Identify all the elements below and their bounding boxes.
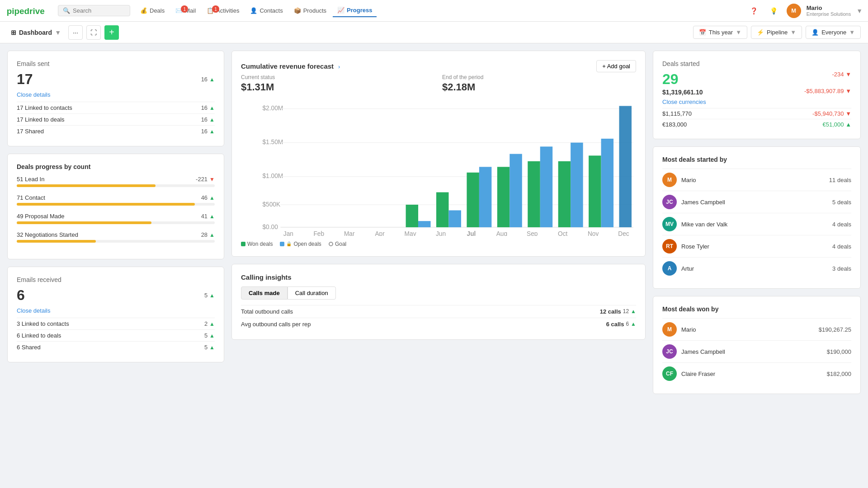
emails-received-arrow: ▲ — [209, 292, 215, 299]
deals-started-header: 29 -234 ▼ — [662, 71, 851, 88]
dashboard-button[interactable]: ⊞ Dashboard ▼ — [7, 27, 65, 38]
progress-icon: 📈 — [337, 7, 344, 14]
person-info-1: JC James Campbell — [662, 195, 725, 209]
chart-details-link[interactable]: › — [338, 63, 340, 70]
search-input[interactable] — [73, 7, 125, 14]
current-period: Current status $1.31M End of the period … — [241, 74, 636, 93]
close-currencies-link[interactable]: Close currencies — [662, 99, 851, 105]
current-status-value: $1.31M — [241, 81, 435, 93]
left-column: Emails sent 17 16 ▲ Close details 17 Lin… — [7, 51, 224, 481]
insight-row-1: Avg outbound calls per rep 6 calls 6 ▲ — [241, 318, 636, 330]
calls-made-tab[interactable]: Calls made — [241, 286, 288, 300]
deals-started-title: Deals started — [662, 60, 851, 67]
progress-3-arrow: ▲ — [209, 232, 215, 238]
person-info-4: A Artur — [662, 261, 694, 276]
progress-bar-2 — [17, 221, 151, 224]
svg-text:Dec: Dec — [618, 230, 629, 236]
svg-rect-32 — [601, 139, 613, 227]
progress-2-arrow: ▲ — [209, 213, 215, 220]
won-avatar-claire: CF — [662, 366, 677, 381]
add-widget-button[interactable]: + — [104, 25, 119, 40]
deals-started-money: $1,319,661.10 — [662, 89, 703, 96]
person-name-1: James Campbell — [681, 199, 725, 206]
chart-header: Cumulative revenue forecast › + Add goal — [241, 60, 636, 72]
pipeline-chevron-icon: ▼ — [790, 29, 796, 36]
person-deals-0: 11 deals — [829, 177, 851, 183]
person-row-3: RT Rose Tyler 4 deals — [662, 235, 851, 257]
won-avatar-mario: M — [662, 322, 677, 337]
time-filter-button[interactable]: 📅 This year ▼ — [693, 26, 747, 39]
emails-sent-row-2: 17 Shared 16▲ — [17, 125, 215, 137]
progress-item-3: 32 Negotiations Started 28 ▲ — [17, 231, 215, 243]
currency-1-arrow: ▲ — [845, 121, 851, 128]
current-status-label: Current status — [241, 74, 435, 80]
legend-goal: Goal — [329, 241, 346, 247]
svg-text:Feb: Feb — [313, 230, 324, 236]
search-icon: 🔍 — [63, 7, 70, 14]
time-chevron-icon: ▼ — [736, 29, 741, 36]
svg-text:Jul: Jul — [467, 230, 476, 236]
more-options-button[interactable]: ··· — [68, 25, 83, 40]
won-person-deals-2: $182,000 — [827, 371, 851, 377]
add-goal-button[interactable]: + Add goal — [596, 60, 636, 72]
person-name-3: Rose Tyler — [681, 243, 709, 250]
emails-sent-row-1: 17 Linked to deals 16▲ — [17, 113, 215, 125]
won-person-name-1: James Campbell — [681, 348, 725, 355]
svg-text:May: May — [405, 230, 416, 236]
main-content: Emails sent 17 16 ▲ Close details 17 Lin… — [0, 43, 868, 488]
search-box[interactable]: 🔍 — [58, 5, 130, 16]
user-avatar[interactable]: M — [787, 4, 801, 18]
svg-text:pipedrive: pipedrive — [7, 6, 45, 15]
nav-activities[interactable]: 📋 Activities 1 — [202, 5, 244, 17]
nav-contacts[interactable]: 👤 Contacts — [245, 5, 287, 17]
svg-text:Aug: Aug — [496, 230, 507, 236]
avatar-artur: A — [662, 261, 677, 276]
emails-received-card: Emails received 6 5 ▲ Close details 3 Li… — [7, 267, 224, 362]
emails-received-close-details[interactable]: Close details — [17, 307, 215, 314]
nav-mail[interactable]: ✉️ Mail 1 — [171, 5, 200, 17]
progress-bar-0 — [17, 184, 156, 187]
progress-1-arrow: ▲ — [209, 195, 215, 201]
svg-rect-22 — [448, 210, 461, 227]
avatar-rose: RT — [662, 239, 677, 253]
nav-products[interactable]: 📦 Products — [289, 5, 331, 17]
pipeline-filter-button[interactable]: ⚡ Pipeline ▼ — [751, 26, 802, 39]
emails-sent-close-details[interactable]: Close details — [17, 91, 215, 98]
person-row-4: A Artur 3 deals — [662, 257, 851, 279]
user-chevron-icon[interactable]: ▼ — [856, 7, 863, 14]
nav-deals[interactable]: 💰 Deals — [136, 5, 169, 17]
count-delta-arrow: ▼ — [845, 71, 851, 78]
person-deals-1: 5 deals — [832, 199, 851, 206]
person-chevron-icon: ▼ — [849, 29, 855, 36]
top-navigation: pipedrive 🔍 💰 Deals ✉️ Mail 1 📋 Activiti… — [0, 0, 868, 22]
deals-progress-card: Deals progress by count 51 Lead In -221 … — [7, 154, 224, 259]
right-column: Deals started 29 -234 ▼ $1,319,661.10 -$… — [653, 51, 861, 481]
avatar-mario: M — [662, 173, 677, 187]
svg-rect-27 — [528, 161, 540, 227]
recv-row1-arrow: ▲ — [209, 333, 215, 339]
notifications-button[interactable]: 💡 — [767, 4, 781, 18]
svg-rect-31 — [589, 155, 601, 227]
emails-sent-title: Emails sent — [17, 60, 215, 67]
call-duration-tab[interactable]: Call duration — [288, 286, 336, 300]
most-deals-won-card: Most deals won by M Mario $190,267.25 JC… — [653, 296, 861, 394]
emails-sent-total-right: 16 — [201, 76, 208, 83]
middle-column: Cumulative revenue forecast › + Add goal… — [231, 51, 646, 481]
deals-money-delta: -$5,883,907.89 ▼ — [804, 88, 851, 94]
deals-started-count-delta: -234 ▼ — [832, 71, 851, 78]
person-filter-button[interactable]: 👤 Everyone ▼ — [806, 26, 861, 39]
fullscreen-button[interactable]: ⛶ — [86, 25, 101, 40]
logo[interactable]: pipedrive — [5, 5, 51, 16]
dashboard-toolbar: ⊞ Dashboard ▼ ··· ⛶ + 📅 This year ▼ ⚡ Pi… — [0, 22, 868, 43]
deals-icon: 💰 — [140, 7, 147, 14]
person-row-0: M Mario 11 deals — [662, 169, 851, 191]
contacts-icon: 👤 — [250, 7, 257, 14]
grid-icon: ⊞ — [11, 29, 16, 36]
dashboard-chevron-icon: ▼ — [55, 29, 61, 36]
help-button[interactable]: ❓ — [747, 4, 761, 18]
deals-started-card: Deals started 29 -234 ▼ $1,319,661.10 -$… — [653, 51, 861, 139]
person-row-1: JC James Campbell 5 deals — [662, 191, 851, 213]
won-person-row-2: CF Claire Fraser $182,000 — [662, 362, 851, 385]
pipeline-icon: ⚡ — [757, 29, 764, 36]
nav-progress[interactable]: 📈 Progress — [333, 4, 377, 17]
